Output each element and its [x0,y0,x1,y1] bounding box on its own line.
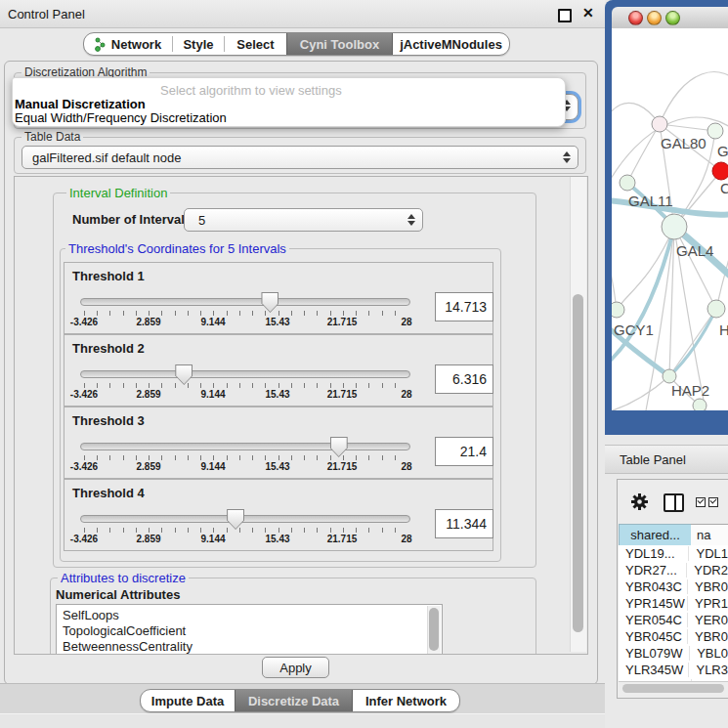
tick-label: -3.426 [70,317,98,327]
cell[interactable]: YER054C [619,613,687,627]
tab-discretize-data[interactable]: Discretize Data [235,690,353,711]
tab-style[interactable]: Style [173,33,224,55]
tab-infer-network-label: Infer Network [365,694,447,708]
table-data-combobox[interactable]: galFiltered.sif default node [21,146,578,169]
tab-network[interactable]: Network [84,33,172,55]
cell[interactable]: YDR2 [686,563,728,578]
node-hap2[interactable] [663,369,676,383]
threshold-value-field[interactable]: 11.344 [435,509,493,538]
slider-track[interactable] [80,443,410,450]
close-icon[interactable]: ✕ [582,5,594,21]
tab-select[interactable]: Select [225,33,286,55]
panel-scrollbar[interactable] [570,177,586,652]
checkbox-icon[interactable] [696,497,706,507]
number-of-intervals-label: Number of Intervals [72,212,192,227]
table-row[interactable]: YER054CYER0 [619,612,728,628]
numerical-attributes-list[interactable]: SelfLoops TopologicalCoefficient Between… [56,604,443,655]
scrollbar-thumb[interactable] [429,608,439,651]
threshold-row: Threshold 4 -3.426 2.859 9.144 15.43 21.… [64,479,493,551]
column-header-name[interactable]: na [691,524,728,546]
threshold-value-field[interactable]: 14.713 [435,292,493,321]
apply-button[interactable]: Apply [262,657,329,678]
cell[interactable]: YBR045C [619,629,687,644]
node-gcy1[interactable] [612,302,624,318]
scrollbar-thumb[interactable] [573,294,583,632]
float-window-icon[interactable] [558,9,572,22]
table-row[interactable]: YDL19...YDL1 [619,545,728,562]
cell[interactable]: YER0 [687,613,728,627]
node-partial[interactable] [693,399,707,410]
slider-track[interactable] [80,370,410,378]
cell[interactable]: YBR0 [687,579,728,594]
tab-impute-data[interactable]: Impute Data [141,690,235,711]
threshold-slider[interactable] [80,366,410,382]
network-canvas[interactable]: GAL80 G C GAL11 GAL4 GCY1 H HAP2 [612,28,728,410]
table-panel-body: shared... na YDL19...YDL1 YDR27...YDR2 Y… [617,479,728,699]
threshold-value-field[interactable]: 21.4 [435,437,493,466]
cell[interactable]: YPR1 [687,596,728,611]
table-row[interactable]: YBR043CYBR0 [619,578,728,595]
threshold-slider[interactable] [80,511,410,527]
slider-scale: -3.426 2.859 9.144 15.43 21.715 28 [84,534,407,544]
gear-icon[interactable] [631,493,648,510]
tab-impute-data-label: Impute Data [151,694,224,708]
node-gal80[interactable] [652,116,667,132]
bottom-strip [0,713,605,728]
list-item[interactable]: BetweennessCentrality [57,639,442,655]
slider-track[interactable] [80,298,410,306]
node-label: C [720,180,728,196]
column-layout-icon[interactable] [664,493,684,512]
slider-thumb[interactable] [330,437,348,457]
cell[interactable]: YDR27... [619,563,686,578]
cell[interactable]: YLR3 [688,663,728,677]
threshold-slider[interactable] [80,294,410,310]
node-red[interactable] [712,162,728,180]
list-scrollbar[interactable] [427,606,441,655]
list-item[interactable]: TopologicalCoefficient [57,623,442,639]
table-row[interactable]: YPR145WYPR1 [619,595,728,612]
dropdown-option-manual[interactable]: Manual Discretization [15,97,146,111]
algorithm-dropdown-popup: Select algorithm to view settings Manual… [12,77,566,127]
cell[interactable]: YBR043C [619,579,687,594]
node-g[interactable] [707,123,723,139]
close-traffic-light-icon[interactable] [628,11,643,25]
table-row[interactable]: YDR27...YDR2 [619,562,728,578]
tick-label: 15.43 [265,461,289,472]
cell[interactable]: YPR145W [619,596,687,611]
table-row[interactable]: YBR045CYBR0 [619,628,728,645]
node-gal11[interactable] [620,175,635,191]
threshold-value-field[interactable]: 6.316 [435,364,493,394]
slider-thumb[interactable] [261,292,278,313]
node-h[interactable] [707,300,725,318]
slider-track[interactable] [80,515,410,523]
list-item[interactable]: SelfLoops [57,605,442,623]
panel-title: Control Panel [8,7,85,21]
cell[interactable]: YBL079W [619,646,689,661]
checkbox-icon[interactable] [708,497,718,507]
cell[interactable]: YLR345W [619,663,688,677]
cell[interactable]: YBR0 [687,629,728,644]
minimize-traffic-light-icon[interactable] [647,11,662,25]
cell[interactable]: YBL0 [689,646,728,661]
cell[interactable]: YDL1 [688,546,728,561]
table-data-value: galFiltered.sif default node [22,150,562,165]
table-row[interactable]: YBL079WYBL0 [619,645,728,662]
tab-cyni-toolbox[interactable]: Cyni Toolbox [286,33,393,55]
tab-jactivemnodules[interactable]: jActiveMNodules [393,33,509,55]
slider-thumb[interactable] [175,364,193,385]
tick-label: 21.715 [327,389,358,400]
number-of-intervals-spinner[interactable]: 5 [184,208,423,232]
table-horizontal-scrollbar[interactable] [619,681,728,695]
network-window-titlebar [612,7,728,29]
slider-thumb[interactable] [227,509,244,530]
threshold-slider[interactable] [80,439,410,454]
scrollbar-thumb[interactable] [622,684,724,693]
dropdown-option-equal-width[interactable]: Equal Width/Frequency Discretization [15,110,227,125]
tab-infer-network[interactable]: Infer Network [353,690,459,711]
zoom-traffic-light-icon[interactable] [665,11,680,25]
table-rows: YDL19...YDL1 YDR27...YDR2 YBR043CYBR0 YP… [619,545,728,681]
cell[interactable]: YDL19... [619,546,688,561]
node-gal4[interactable] [662,214,687,239]
column-header-shared[interactable]: shared... [619,524,692,546]
table-row[interactable]: YLR345WYLR3 [619,662,728,678]
